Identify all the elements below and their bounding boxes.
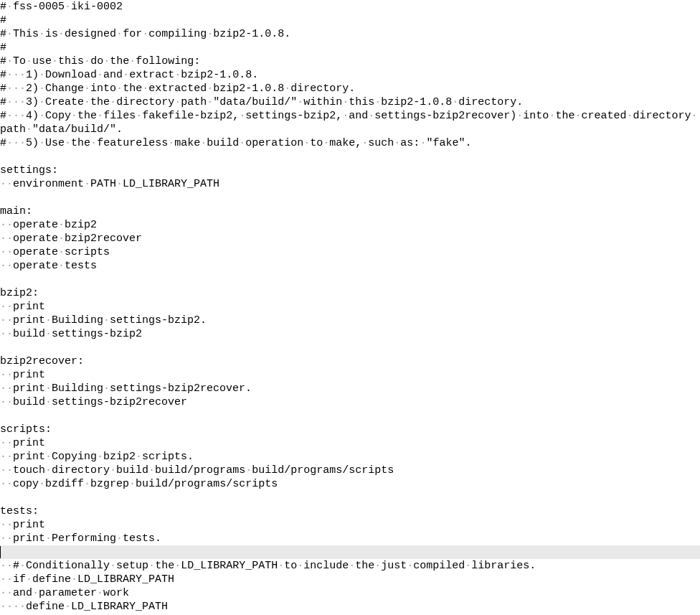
code-line: bzip2: xyxy=(0,286,700,300)
code-line: ··print·Copying·bzip2·scripts. xyxy=(0,450,700,464)
code-line: #···4)·Copy·the·files·fakefile-bzip2,·se… xyxy=(0,109,700,136)
code-line: #···1)·Download·and·extract·bzip2-1.0.8. xyxy=(0,68,700,82)
code-line: scripts: xyxy=(0,423,700,436)
code-line: ··print·Building·settings-bzip2recover. xyxy=(0,382,700,395)
text-cursor xyxy=(0,546,1,558)
code-line: ··print·Performing·tests. xyxy=(0,532,700,545)
code-line: main: xyxy=(0,205,700,218)
code-line xyxy=(0,341,700,355)
code-line: ··operate·bzip2 xyxy=(0,218,700,232)
code-line: ··operate·tests xyxy=(0,259,700,273)
code-line: ··print xyxy=(0,300,700,314)
code-line: ··print xyxy=(0,436,700,450)
code-line: ··#·Conditionally·setup·the·LD_LIBRARY_P… xyxy=(0,559,700,573)
code-line: ··build·settings-bzip2recover xyxy=(0,395,700,409)
code-line xyxy=(0,409,700,423)
code-line: #·This·is·designed·for·compiling·bzip2-1… xyxy=(0,27,700,41)
code-line: ··copy·bzdiff·bzgrep·build/programs/scri… xyxy=(0,477,700,491)
code-line xyxy=(0,491,700,504)
code-line: #·fss-0005·iki-0002 xyxy=(0,0,700,14)
code-line: ··build·settings-bzip2 xyxy=(0,327,700,341)
code-line: bzip2recover: xyxy=(0,355,700,368)
code-line: ··environment·PATH·LD_LIBRARY_PATH xyxy=(0,177,700,191)
code-line: # xyxy=(0,14,700,27)
code-line: #···2)·Change·into·the·extracted·bzip2-1… xyxy=(0,82,700,95)
code-line: settings: xyxy=(0,164,700,177)
code-line: # xyxy=(0,41,700,55)
code-line: tests: xyxy=(0,504,700,518)
code-line: ··print·Building·settings-bzip2. xyxy=(0,314,700,327)
code-line: #···5)·Use·the·featureless·make·build·op… xyxy=(0,136,700,150)
code-line: ··operate·scripts xyxy=(0,245,700,259)
code-line: ··print xyxy=(0,368,700,382)
code-line xyxy=(0,545,700,559)
code-line: ····define·LD_LIBRARY_PATH xyxy=(0,600,700,614)
code-line: ··operate·bzip2recover xyxy=(0,232,700,245)
code-line xyxy=(0,273,700,286)
code-line: ··print xyxy=(0,518,700,532)
code-line xyxy=(0,150,700,164)
code-line: #···3)·Create·the·directory·path·"data/b… xyxy=(0,95,700,109)
code-line: ··touch·directory·build·build/programs·b… xyxy=(0,464,700,477)
code-line: ··and·parameter·work xyxy=(0,586,700,600)
code-editor[interactable]: #·fss-0005·iki-0002##·This·is·designed·f… xyxy=(0,0,700,614)
code-line: ··if·define·LD_LIBRARY_PATH xyxy=(0,573,700,586)
code-line: #·To·use·this·do·the·following: xyxy=(0,55,700,68)
code-line xyxy=(0,191,700,205)
